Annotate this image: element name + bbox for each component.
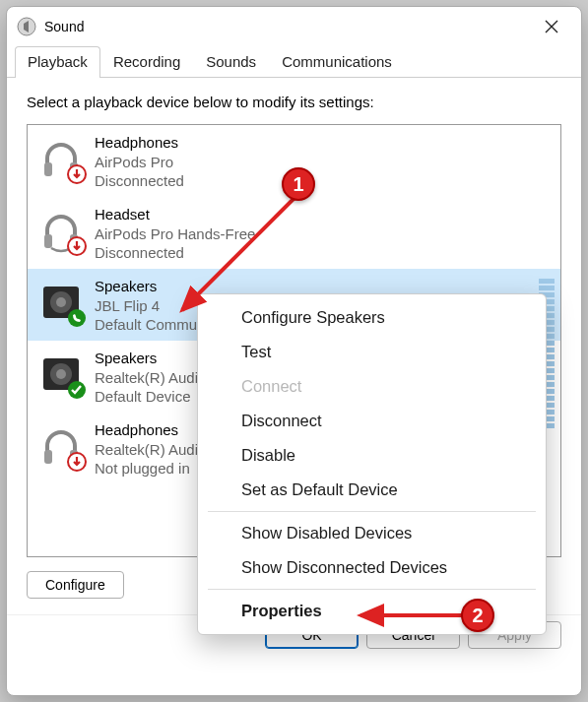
device-subtitle: AirPods Pro [95, 153, 184, 172]
tab-recording[interactable]: Recording [100, 46, 193, 78]
svg-line-18 [182, 197, 295, 310]
svg-rect-1 [44, 162, 52, 176]
device-status: Default Device [95, 387, 206, 407]
context-menu-item[interactable]: Test [198, 335, 546, 369]
configure-button[interactable]: Configure [27, 571, 124, 599]
context-menu-separator [208, 511, 536, 512]
sound-icon [17, 17, 36, 36]
tab-playback[interactable]: Playback [15, 46, 100, 78]
speaker-icon [37, 351, 85, 398]
svg-point-9 [56, 297, 66, 307]
tab-sounds[interactable]: Sounds [193, 46, 269, 78]
context-menu-item[interactable]: Disable [198, 438, 546, 473]
annotation-marker-2: 2 [461, 599, 494, 632]
context-menu-item: Connect [198, 369, 546, 404]
window-title: Sound [44, 19, 84, 34]
context-menu-item[interactable]: Set as Default Device [198, 473, 546, 507]
headset-icon [37, 207, 85, 254]
svg-rect-15 [44, 450, 52, 464]
context-menu-toggle[interactable]: Show Disabled Devices [198, 516, 546, 550]
close-button[interactable] [532, 7, 571, 46]
annotation-marker-1: 1 [282, 167, 315, 201]
speaker-icon [37, 279, 85, 326]
tab-communications[interactable]: Communications [269, 46, 405, 78]
device-name: Headphones [95, 420, 206, 440]
titlebar: Sound [7, 7, 581, 46]
headphones-icon [37, 422, 85, 470]
context-menu-toggle[interactable]: Show Disconnected Devices [198, 550, 546, 585]
svg-point-13 [56, 369, 66, 379]
context-menu-separator [208, 589, 536, 590]
headphones-icon [37, 135, 85, 182]
device-status: Not plugged in [95, 459, 206, 479]
context-menu-item[interactable]: Disconnect [198, 404, 546, 438]
tabs: Playback Recording Sounds Communications [7, 46, 581, 78]
device-name: Headphones [95, 133, 184, 153]
device-subtitle: Realtek(R) Audio [95, 368, 206, 388]
device-name: Speakers [95, 349, 206, 368]
svg-point-10 [68, 309, 86, 327]
context-menu: Configure SpeakersTestConnectDisconnectD… [197, 293, 547, 635]
svg-rect-4 [44, 234, 52, 248]
instruction-text: Select a playback device below to modify… [27, 94, 561, 110]
device-subtitle: Realtek(R) Audio [95, 440, 206, 460]
